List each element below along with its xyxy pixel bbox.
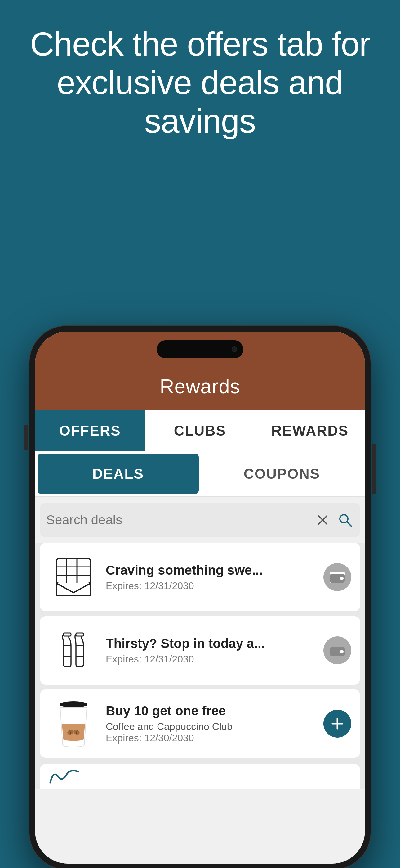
- deal-title-2: Thirsty? Stop in today a...: [106, 636, 316, 651]
- svg-rect-27: [60, 703, 88, 706]
- deal-expires-1: Expires: 12/31/2030: [106, 580, 316, 592]
- deal-title-1: Craving something swe...: [106, 563, 316, 578]
- hero-heading: Check the offers tab for exclusive deals…: [19, 25, 381, 141]
- tab-clubs[interactable]: CLUBS: [145, 410, 255, 451]
- svg-rect-19: [64, 633, 71, 636]
- subtab-deals[interactable]: DEALS: [37, 454, 199, 494]
- deals-list: Craving something swe... Expires: 12/31/…: [35, 543, 365, 758]
- subtab-coupons[interactable]: COUPONS: [201, 454, 363, 494]
- deal-title-3: Buy 10 get one free: [106, 704, 316, 718]
- svg-rect-25: [340, 650, 343, 653]
- tab-offers[interactable]: OFFERS: [35, 410, 145, 451]
- deal-info-2: Thirsty? Stop in today a... Expires: 12/…: [106, 636, 316, 665]
- deal-image-chocolate: [49, 552, 98, 602]
- deal-action-wallet-2[interactable]: [324, 637, 351, 664]
- dynamic-island: [157, 340, 243, 358]
- phone-screen: Rewards OFFERS CLUBS REWARDS DEALS COUPO…: [35, 332, 365, 864]
- search-bar: [40, 503, 360, 537]
- deal-action-add-3[interactable]: [324, 710, 351, 738]
- phone-mockup: Rewards OFFERS CLUBS REWARDS DEALS COUPO…: [29, 326, 371, 868]
- deal-expires-3: Expires: 12/30/2030: [106, 732, 316, 744]
- deal-card-2: Thirsty? Stop in today a... Expires: 12/…: [40, 616, 360, 685]
- svg-rect-23: [76, 633, 84, 636]
- app-header: Rewards: [35, 369, 365, 410]
- svg-line-3: [347, 522, 351, 526]
- deal-action-wallet-1[interactable]: [324, 563, 351, 591]
- search-clear-button[interactable]: [314, 511, 331, 529]
- app-title: Rewards: [160, 375, 240, 398]
- deal-info-3: Buy 10 get one free Coffee and Cappuccin…: [106, 704, 316, 744]
- deal-card-3: Buy 10 get one free Coffee and Cappuccin…: [40, 689, 360, 758]
- notch-area: [35, 332, 365, 369]
- svg-rect-4: [57, 558, 91, 583]
- tab-rewards[interactable]: REWARDS: [255, 410, 365, 451]
- deal-card-1: Craving something swe... Expires: 12/31/…: [40, 543, 360, 611]
- sub-tab-bar: DEALS COUPONS: [35, 451, 365, 497]
- phone-shell: Rewards OFFERS CLUBS REWARDS DEALS COUPO…: [29, 326, 371, 868]
- main-tab-bar: OFFERS CLUBS REWARDS: [35, 410, 365, 451]
- deal-image-bottles: [49, 625, 98, 675]
- svg-rect-15: [340, 577, 343, 580]
- deal-info-1: Craving something swe... Expires: 12/31/…: [106, 563, 316, 592]
- bottom-indicator: [35, 758, 365, 789]
- deal-expires-2: Expires: 12/31/2030: [106, 653, 316, 665]
- search-input[interactable]: [46, 503, 309, 537]
- camera-dot: [232, 346, 237, 352]
- search-submit-button[interactable]: [336, 511, 354, 529]
- deal-image-coffee: [49, 699, 98, 748]
- deal-subtitle-3: Coffee and Cappuccino Club: [106, 721, 316, 732]
